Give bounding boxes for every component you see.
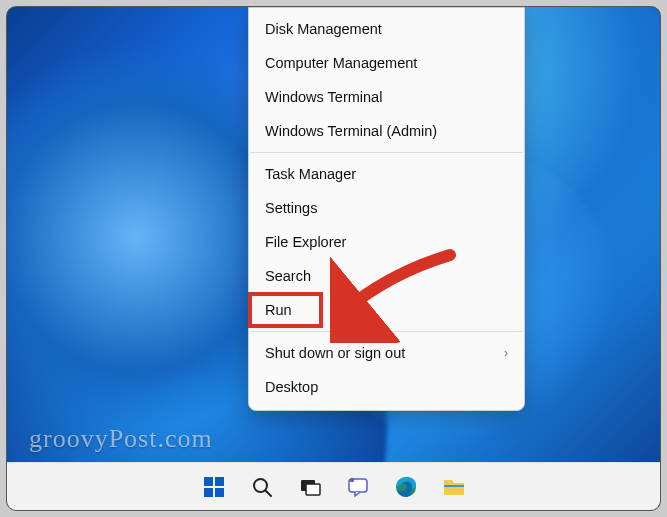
desktop-frame: Disk ManagementComputer ManagementWindow…: [6, 6, 661, 511]
menu-item-label: Settings: [265, 200, 317, 216]
svg-line-5: [265, 490, 271, 496]
edge-icon: [394, 475, 418, 499]
menu-item-search[interactable]: Search: [249, 259, 524, 293]
winx-context-menu: Disk ManagementComputer ManagementWindow…: [248, 7, 525, 411]
start-icon: [202, 475, 226, 499]
menu-item-label: Shut down or sign out: [265, 345, 405, 361]
menu-item-task-manager[interactable]: Task Manager: [249, 157, 524, 191]
svg-rect-2: [204, 488, 213, 497]
svg-rect-3: [215, 488, 224, 497]
menu-item-label: Computer Management: [265, 55, 417, 71]
svg-rect-1: [215, 477, 224, 486]
menu-item-computer-management[interactable]: Computer Management: [249, 46, 524, 80]
menu-item-windows-terminal-admin[interactable]: Windows Terminal (Admin): [249, 114, 524, 148]
taskbar: [7, 462, 660, 510]
svg-rect-7: [306, 484, 320, 495]
chevron-right-icon: ›: [504, 346, 508, 360]
menu-item-label: Search: [265, 268, 311, 284]
menu-item-disk-management[interactable]: Disk Management: [249, 12, 524, 46]
file-explorer-icon: [442, 475, 466, 499]
menu-item-label: Task Manager: [265, 166, 356, 182]
search-icon: [250, 475, 274, 499]
chat-icon: [346, 475, 370, 499]
menu-item-label: Run: [265, 302, 292, 318]
watermark-text: groovyPost.com: [29, 424, 213, 454]
edge-button[interactable]: [386, 467, 426, 507]
menu-item-label: Windows Terminal (Admin): [265, 123, 437, 139]
task-view-button[interactable]: [290, 467, 330, 507]
menu-item-settings[interactable]: Settings: [249, 191, 524, 225]
menu-item-desktop[interactable]: Desktop: [249, 370, 524, 404]
menu-separator: [250, 152, 523, 153]
file-explorer-button[interactable]: [434, 467, 474, 507]
start-button[interactable]: [194, 467, 234, 507]
search-button[interactable]: [242, 467, 282, 507]
svg-point-9: [349, 477, 353, 481]
menu-item-run[interactable]: Run: [249, 293, 524, 327]
menu-item-label: Disk Management: [265, 21, 382, 37]
task-view-icon: [298, 475, 322, 499]
menu-item-label: Desktop: [265, 379, 318, 395]
menu-item-shut-down-or-sign-out[interactable]: Shut down or sign out›: [249, 336, 524, 370]
menu-item-label: File Explorer: [265, 234, 346, 250]
chat-button[interactable]: [338, 467, 378, 507]
menu-item-windows-terminal[interactable]: Windows Terminal: [249, 80, 524, 114]
svg-rect-11: [444, 485, 464, 487]
menu-item-file-explorer[interactable]: File Explorer: [249, 225, 524, 259]
svg-rect-0: [204, 477, 213, 486]
menu-separator: [250, 331, 523, 332]
menu-item-label: Windows Terminal: [265, 89, 382, 105]
